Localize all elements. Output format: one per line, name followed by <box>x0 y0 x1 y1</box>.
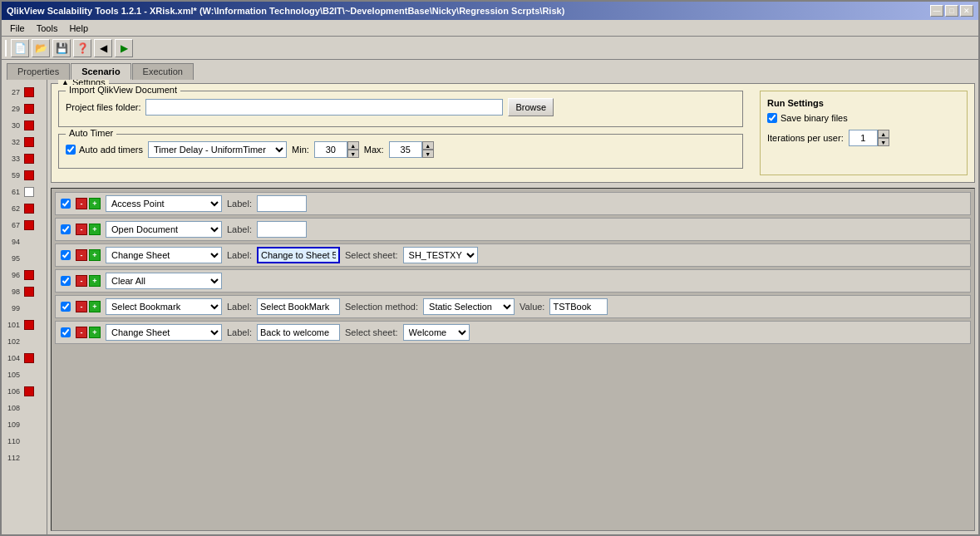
action-2-type-select[interactable]: Access Point Open Document Change Sheet … <box>106 221 222 238</box>
browse-button[interactable]: Browse <box>508 98 554 116</box>
new-button[interactable]: 📄 <box>11 39 29 57</box>
action-4-delete[interactable]: - <box>76 275 87 287</box>
tab-execution[interactable]: Execution <box>132 63 194 80</box>
auto-add-checkbox[interactable] <box>66 145 76 155</box>
project-label: Project files folder: <box>66 102 140 112</box>
iterations-spin-down[interactable]: ▼ <box>878 138 889 146</box>
help-button[interactable]: ❓ <box>73 39 91 57</box>
action-5-delete[interactable]: - <box>76 301 87 312</box>
action-1-add[interactable]: + <box>89 198 101 209</box>
action-5-type-select[interactable]: Access Point Open Document Change Sheet … <box>106 298 222 315</box>
ruler-numbers: 27 29 30 32 33 59 61 62 67 94 95 96 98 9… <box>2 80 47 534</box>
menu-bar: File Tools Help <box>2 20 978 37</box>
tab-properties[interactable]: Properties <box>7 63 70 80</box>
action-2-add[interactable]: + <box>89 224 101 235</box>
action-1-type-select[interactable]: Access Point Open Document Change Sheet … <box>106 195 222 212</box>
ruler-red-indicator <box>24 270 34 280</box>
iterations-spin-up[interactable]: ▲ <box>878 130 889 138</box>
action-4-add[interactable]: + <box>89 275 101 287</box>
action-2-label-input[interactable] <box>257 221 307 238</box>
action-5-checkbox[interactable] <box>61 302 71 312</box>
save-button[interactable]: 💾 <box>52 39 71 57</box>
action-6-label-input[interactable] <box>257 324 340 341</box>
run-settings-panel: Run Settings Save binary files Iteration… <box>760 91 968 175</box>
action-5-value-input[interactable] <box>549 298 608 315</box>
max-label: Max: <box>364 145 384 155</box>
action-6-type-select[interactable]: Access Point Open Document Change Sheet … <box>106 324 222 341</box>
timer-delay-select[interactable]: Timer Delay - UniformTimer Timer Delay -… <box>148 141 287 158</box>
action-row-2: - + Access Point Open Document Change Sh… <box>55 218 971 241</box>
min-spin-buttons: ▲ ▼ <box>347 141 359 158</box>
action-6-add[interactable]: + <box>89 327 101 338</box>
iterations-input[interactable] <box>849 130 878 146</box>
main-window: QlikView Scalability Tools 1.2.1 - XRisk… <box>0 0 980 536</box>
open-button[interactable]: 📂 <box>32 39 50 57</box>
ruler-red-indicator <box>24 320 34 330</box>
action-6-checkbox[interactable] <box>61 327 71 337</box>
action-4-type-select[interactable]: Access Point Open Document Change Sheet … <box>106 273 222 289</box>
action-row-3: - + Access Point Open Document Change Sh… <box>55 243 971 267</box>
action-5-method-select[interactable]: Static Selection <box>423 298 515 315</box>
min-spin-down[interactable]: ▼ <box>347 150 359 158</box>
minimize-button[interactable]: — <box>930 5 943 17</box>
back-button[interactable]: ◀ <box>94 39 112 57</box>
iterations-spinner: ▲ ▼ <box>849 130 889 146</box>
project-row: Project files folder: Browse <box>66 98 736 116</box>
action-3-add[interactable]: + <box>89 249 101 261</box>
import-group: Import QlikView Document Project files f… <box>58 91 743 127</box>
action-3-checkbox[interactable] <box>61 250 71 260</box>
action-1-label-input[interactable] <box>257 195 307 212</box>
max-input[interactable] <box>389 141 422 158</box>
action-2-delete[interactable]: - <box>76 224 87 235</box>
action-row-1: - + Access Point Open Document Change Sh… <box>55 192 971 215</box>
iterations-spin-buttons: ▲ ▼ <box>878 130 889 146</box>
iterations-row: Iterations per user: ▲ ▼ <box>767 130 960 146</box>
tab-scenario[interactable]: Scenario <box>71 63 131 80</box>
save-binary-checkbox[interactable] <box>767 113 777 123</box>
action-3-sheet-select[interactable]: SH_TESTXYZ <box>403 247 478 263</box>
action-6-sheet-select[interactable]: Welcome <box>403 324 470 341</box>
action-3-label-input[interactable] <box>257 247 340 263</box>
action-2-controls: - + <box>76 224 101 235</box>
menu-help[interactable]: Help <box>64 22 93 34</box>
menu-file[interactable]: File <box>5 22 30 34</box>
action-1-label-text: Label: <box>227 199 252 209</box>
run-settings-title: Run Settings <box>767 98 960 108</box>
action-row-6: - + Access Point Open Document Change Sh… <box>55 321 971 344</box>
maximize-button[interactable]: □ <box>945 5 958 17</box>
action-2-label-text: Label: <box>227 224 252 234</box>
title-bar: QlikView Scalability Tools 1.2.1 - XRisk… <box>2 2 978 20</box>
max-spin-up[interactable]: ▲ <box>422 141 434 150</box>
action-3-label-text: Label: <box>227 250 252 260</box>
max-spin-down[interactable]: ▼ <box>422 150 434 158</box>
auto-timer-row: Auto add timers Timer Delay - UniformTim… <box>66 141 736 158</box>
action-6-delete[interactable]: - <box>76 327 87 338</box>
ruler-red-indicator <box>24 386 34 396</box>
action-row-4: - + Access Point Open Document Change Sh… <box>55 269 971 293</box>
ruler-red-indicator <box>24 204 34 214</box>
content-area: 27 29 30 32 33 59 61 62 67 94 95 96 98 9… <box>2 80 978 534</box>
action-6-sheet-label: Select sheet: <box>345 327 398 337</box>
play-button[interactable]: ▶ <box>115 39 133 57</box>
menu-tools[interactable]: Tools <box>32 22 63 34</box>
action-3-controls: - + <box>76 249 101 261</box>
left-ruler: 27 29 30 32 33 59 61 62 67 94 95 96 98 9… <box>2 80 47 534</box>
min-label: Min: <box>292 145 309 155</box>
project-input[interactable] <box>145 99 503 116</box>
action-3-delete[interactable]: - <box>76 249 87 261</box>
save-binary-row: Save binary files <box>767 113 960 123</box>
action-1-checkbox[interactable] <box>61 199 71 209</box>
action-3-type-select[interactable]: Access Point Open Document Change Sheet … <box>106 247 222 263</box>
close-button[interactable]: ✕ <box>960 5 973 17</box>
settings-left: Import QlikView Document Project files f… <box>58 91 743 175</box>
action-5-controls: - + <box>76 301 101 312</box>
action-5-add[interactable]: + <box>89 301 101 312</box>
min-spin-up[interactable]: ▲ <box>347 141 359 150</box>
main-panel: ▲ Settings Import QlikView Document Proj… <box>47 80 978 534</box>
action-5-label-input[interactable] <box>257 298 340 315</box>
action-2-checkbox[interactable] <box>61 224 71 234</box>
action-1-delete[interactable]: - <box>76 198 87 209</box>
action-6-controls: - + <box>76 327 101 338</box>
action-4-checkbox[interactable] <box>61 276 71 286</box>
min-input[interactable] <box>314 141 347 158</box>
